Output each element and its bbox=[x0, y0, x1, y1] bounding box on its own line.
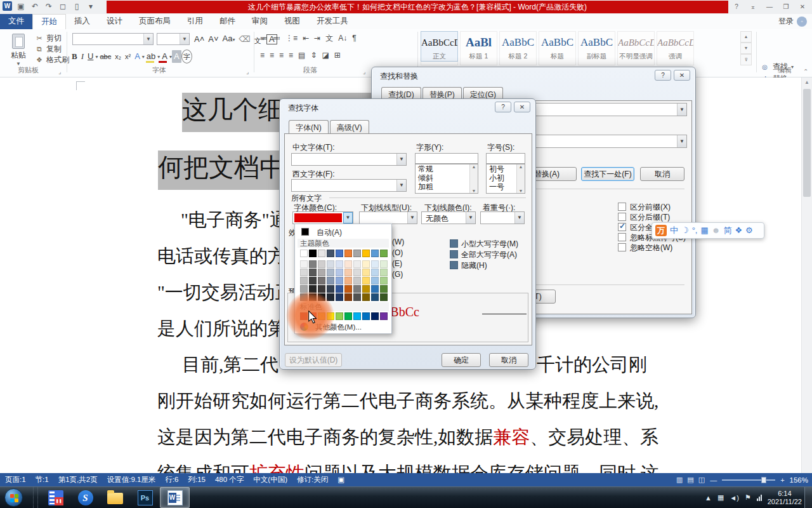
chevron-down-icon[interactable]: ▼ bbox=[514, 212, 524, 224]
theme-variant-swatch[interactable] bbox=[336, 277, 343, 284]
redo-icon[interactable]: ↷ bbox=[44, 2, 54, 11]
grow-font-button[interactable]: A˄ bbox=[192, 33, 206, 46]
checkbox-区分前缀(X)[interactable] bbox=[618, 203, 626, 211]
collapse-ribbon-button[interactable]: ⌃ bbox=[803, 68, 808, 75]
theme-variant-swatch[interactable] bbox=[371, 285, 379, 293]
scroll-down-arrow[interactable]: ▼ bbox=[470, 189, 478, 193]
western-font-combo[interactable]: ▼ bbox=[291, 179, 407, 192]
copy-button[interactable]: ⧉复制 bbox=[35, 44, 69, 55]
sogou-browser-app[interactable]: S bbox=[70, 487, 100, 508]
font-style-input[interactable] bbox=[415, 153, 478, 164]
theme-variant-swatch[interactable] bbox=[362, 277, 370, 284]
theme-color-swatch[interactable] bbox=[344, 250, 352, 257]
tab-视图[interactable]: 视图 bbox=[276, 14, 308, 29]
print-preview-icon[interactable]: ◻ bbox=[58, 2, 68, 11]
theme-color-swatch[interactable] bbox=[327, 250, 334, 257]
theme-variant-swatch[interactable] bbox=[353, 285, 361, 293]
tab-文件[interactable]: 文件 bbox=[0, 14, 32, 29]
tray-keyboard-icon[interactable]: ▦ bbox=[717, 493, 724, 502]
tray-flag-icon[interactable]: ⚑ bbox=[745, 493, 751, 502]
font-color-combo[interactable]: ▼ bbox=[292, 211, 353, 224]
theme-color-swatch[interactable] bbox=[336, 250, 343, 257]
format-painter-button[interactable]: ❖格式刷 bbox=[35, 55, 69, 65]
word-app[interactable] bbox=[160, 487, 190, 508]
theme-variant-swatch[interactable] bbox=[344, 285, 352, 293]
status-item[interactable]: 页面:1 bbox=[5, 475, 26, 485]
close-button[interactable]: ✕ bbox=[797, 2, 808, 12]
subscript-button[interactable]: x₂ bbox=[113, 50, 123, 63]
shrink-font-button[interactable]: A˅ bbox=[206, 33, 220, 46]
chinese-font-combo[interactable]: ▼ bbox=[291, 153, 407, 166]
align-center-button[interactable]: ≡ bbox=[267, 50, 277, 62]
theme-variant-swatch[interactable] bbox=[362, 293, 370, 301]
theme-variant-swatch[interactable] bbox=[318, 277, 325, 284]
tab-邮件[interactable]: 邮件 bbox=[211, 14, 244, 29]
status-item[interactable]: 列:15 bbox=[188, 475, 206, 485]
checkbox-忽略空格(W)[interactable] bbox=[618, 243, 626, 251]
standard-color-swatch[interactable] bbox=[344, 312, 352, 320]
theme-variant-swatch[interactable] bbox=[327, 269, 334, 276]
theme-variant-swatch[interactable] bbox=[353, 293, 361, 301]
theme-variant-swatch[interactable] bbox=[371, 277, 379, 284]
increase-indent-button[interactable]: ⇥ bbox=[311, 32, 323, 44]
styles-scroll-down[interactable]: ▼ bbox=[740, 43, 752, 54]
theme-variant-swatch[interactable] bbox=[318, 269, 325, 276]
set-default-button[interactable]: 设为默认值(D) bbox=[285, 353, 342, 367]
chevron-down-icon[interactable]: ▼ bbox=[396, 154, 406, 165]
zoom-slider[interactable] bbox=[722, 479, 775, 481]
checkbox-忽略标点符号(S)[interactable] bbox=[618, 233, 626, 241]
help-button[interactable]: ? bbox=[731, 2, 742, 12]
superscript-button[interactable]: x² bbox=[123, 50, 133, 63]
theme-color-swatch[interactable] bbox=[362, 250, 370, 257]
checkbox-全部大写字母(A)[interactable] bbox=[450, 250, 458, 258]
font-style-option[interactable]: 加粗 bbox=[416, 182, 478, 191]
tray-volume-icon[interactable]: ◄) bbox=[730, 494, 739, 502]
chevron-down-icon[interactable]: ▼ bbox=[677, 135, 686, 147]
punctuation-icon[interactable]: °, bbox=[692, 225, 698, 236]
style-标题 1[interactable]: AaBl标题 1 bbox=[460, 31, 497, 65]
shading-button[interactable]: ◪ bbox=[319, 50, 331, 62]
font-size-list[interactable]: 初号小初一号▲▼ bbox=[486, 164, 525, 194]
chevron-down-icon[interactable]: ▼ bbox=[343, 212, 353, 224]
pilcrow-button[interactable]: ¶ bbox=[350, 32, 358, 44]
standard-color-swatch[interactable] bbox=[362, 312, 370, 320]
theme-variant-swatch[interactable] bbox=[380, 277, 388, 284]
line-spacing-button[interactable]: ⇕ bbox=[308, 50, 319, 62]
standard-color-swatch[interactable] bbox=[353, 312, 361, 320]
status-item[interactable]: 第1页,共2页 bbox=[58, 475, 98, 485]
input-status-icon[interactable]: ▣ bbox=[337, 475, 344, 485]
theme-variant-swatch[interactable] bbox=[344, 260, 352, 268]
zoom-slider-thumb[interactable] bbox=[761, 477, 766, 483]
tab-开始[interactable]: 开始 bbox=[32, 14, 66, 29]
font-size-input[interactable] bbox=[486, 153, 525, 164]
list-scrollbar[interactable]: ▲▼ bbox=[469, 164, 478, 193]
start-button[interactable] bbox=[4, 488, 23, 507]
read-mode-icon[interactable]: ▥ bbox=[676, 476, 683, 484]
styles-gallery-more[interactable]: ⊽ bbox=[740, 54, 752, 65]
theme-color-swatch[interactable] bbox=[353, 250, 361, 257]
cancel-button[interactable]: 取消 bbox=[489, 353, 528, 367]
theme-variant-swatch[interactable] bbox=[300, 269, 308, 276]
cancel-button[interactable]: 取消 bbox=[640, 167, 684, 181]
text-effects-button[interactable]: A bbox=[133, 50, 142, 63]
change-case-button[interactable]: Aa▾ bbox=[221, 32, 237, 46]
clear-formatting-button[interactable]: ⌫ bbox=[237, 33, 252, 46]
theme-variant-swatch[interactable] bbox=[362, 269, 370, 276]
theme-variant-swatch[interactable] bbox=[344, 277, 352, 284]
align-left-button[interactable]: ≡ bbox=[258, 50, 267, 62]
tab-引用[interactable]: 引用 bbox=[179, 14, 211, 29]
chevron-down-icon[interactable]: ▼ bbox=[407, 212, 417, 224]
tab-开发工具[interactable]: 开发工具 bbox=[308, 14, 357, 29]
theme-variant-swatch[interactable] bbox=[362, 285, 370, 293]
scroll-up-arrow[interactable]: ▲ bbox=[802, 77, 812, 88]
minimize-button[interactable]: — bbox=[764, 2, 775, 12]
underline-button[interactable]: U bbox=[86, 50, 95, 63]
style-标题 2[interactable]: AaBbC标题 2 bbox=[499, 31, 537, 65]
list-scrollbar[interactable]: ▲▼ bbox=[516, 164, 525, 193]
theme-variant-swatch[interactable] bbox=[353, 277, 361, 284]
help-button[interactable]: ? bbox=[495, 102, 511, 112]
font-color-button[interactable]: A bbox=[160, 50, 169, 63]
theme-variant-swatch[interactable] bbox=[309, 260, 317, 268]
theme-variant-swatch[interactable] bbox=[380, 260, 388, 268]
character-shading-button[interactable]: A bbox=[172, 50, 181, 63]
